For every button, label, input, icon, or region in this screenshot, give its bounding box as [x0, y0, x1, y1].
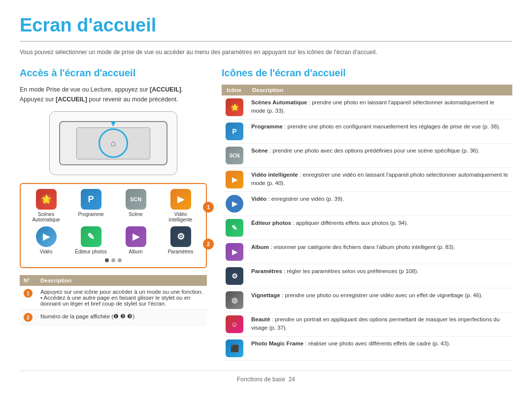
footer-page: 24	[289, 376, 295, 383]
dot-2	[111, 258, 115, 262]
desc-vignettage: Vignettage : prendre une photo ou enregi…	[247, 288, 512, 312]
desc-magic: Photo Magic Frame : réaliser une photo a…	[247, 337, 512, 361]
icon-cell-video-int: ▶	[222, 168, 247, 192]
editeur-icon: ✎	[81, 226, 101, 247]
table-row: 🌟 Scènes Automatique : prendre une photo…	[222, 95, 512, 120]
thumb-vignettage: ◎	[226, 291, 243, 309]
thumb-beaute: ☺	[226, 315, 243, 333]
icon-grid-wrapper: 🌟 ScènesAutomatique P Programme SCN Scèn…	[20, 183, 207, 268]
badge-orange-2: 2	[24, 313, 33, 322]
row1-num: 1	[20, 286, 36, 310]
access-para2: Appuyez sur [ACCUEIL] pour revenir au mo…	[20, 96, 178, 103]
row2-num: 2	[20, 310, 36, 325]
icon-cell-programme: P	[222, 120, 247, 144]
params-icon: ⚙	[170, 226, 191, 247]
table-row: 1 Appuyez sur une icône pour accéder à u…	[20, 286, 207, 310]
table-row: ▶ Vidéo : enregistrer une vidéo (p. 39).	[222, 192, 512, 216]
col-num: N°	[20, 275, 36, 286]
scene-icon: SCN	[126, 189, 146, 210]
thumb-video: ▶	[226, 195, 243, 213]
thumb-magic: ⬛	[226, 339, 243, 357]
thumb-album: ▶	[226, 243, 243, 261]
icon-cell-scene: SCN	[222, 144, 247, 168]
icon-cell-magic: ⬛	[222, 337, 247, 361]
camera-circle: ⌂	[99, 128, 128, 158]
icon-grid-container: 🌟 ScènesAutomatique P Programme SCN Scèn…	[20, 183, 207, 268]
icon-cell-vignettage: ◎	[222, 288, 247, 312]
icon-scenes: 🌟 ScènesAutomatique	[26, 189, 66, 222]
icon-album: ▶ Album	[115, 226, 156, 254]
table-row: ◎ Vignettage : prendre une photo ou enre…	[222, 288, 512, 312]
thumb-params: ⚙	[226, 267, 243, 285]
desc-programme: Programme : prendre une photo en configu…	[247, 120, 512, 144]
table-row: SCN Scène : prendre une photo avec des o…	[222, 144, 512, 168]
left-column: Accès à l'écran d'accueil En mode Prise …	[20, 67, 207, 361]
desc-album: Album : visionner par catégorie des fich…	[247, 240, 512, 264]
video-icon: ▶	[36, 226, 57, 247]
desc-video-int: Vidéo intelligente : enregistrer une vid…	[247, 168, 512, 192]
icon-editeur: ✎ Éditeur photos	[70, 226, 111, 254]
icon-video: ▶ Vidéo	[26, 226, 66, 254]
description-table: N° Description 1 Appuyez sur une icône p…	[20, 275, 207, 325]
icon-cell-params: ⚙	[222, 264, 247, 288]
icon-video-intelligente: ▶ Vidéointelligente	[160, 189, 201, 222]
thumb-video-int: ▶	[226, 171, 243, 188]
scenes-icon: 🌟	[36, 189, 57, 210]
desc-editeur: Éditeur photos : appliquer différents ef…	[247, 216, 512, 240]
badge-2: 2	[203, 239, 214, 249]
col-icon-header: Icône	[222, 85, 247, 95]
icon-cell-video: ▶	[222, 192, 247, 216]
icon-programme: P Programme	[70, 189, 111, 222]
table-row: ▶ Album : visionner par catégorie des fi…	[222, 240, 512, 264]
row2-desc: Numéro de la page affichée (❶ ❷ ❸)	[36, 310, 207, 325]
table-row: ☺ Beauté : prendre un portrait en appliq…	[222, 312, 512, 337]
page-title: Ecran d'accueil	[20, 15, 512, 42]
table-row: ✎ Éditeur photos : appliquer différents …	[222, 216, 512, 240]
desc-beaute: Beauté : prendre un portrait en appliqua…	[247, 312, 512, 337]
badge-orange-1: 1	[24, 289, 33, 298]
icon-params: ⚙ Paramètres	[160, 226, 201, 254]
icon-cell-beaute: ☺	[222, 312, 247, 337]
desc-scenes: Scènes Automatique : prendre une photo e…	[247, 95, 512, 120]
camera-illustration: ⌂ ▼	[49, 111, 177, 175]
dot-1	[105, 258, 109, 262]
dot-indicators	[26, 258, 201, 262]
col-desc-header: Description	[36, 275, 207, 286]
dot-3	[118, 258, 122, 262]
desc-scene: Scène : prendre une photo avec des optio…	[247, 144, 512, 168]
thumb-scene: SCN	[226, 147, 243, 164]
icon-grid: 🌟 ScènesAutomatique P Programme SCN Scèn…	[26, 189, 201, 254]
table-row: P Programme : prendre une photo en confi…	[222, 120, 512, 144]
footer-text: Fonctions de base	[237, 376, 285, 383]
programme-icon: P	[81, 189, 101, 210]
right-column: Icônes de l'écran d'accueil Icône Descri…	[222, 67, 512, 361]
thumb-programme: P	[226, 123, 243, 140]
badge-1: 1	[203, 202, 214, 213]
footer: Fonctions de base 24	[20, 370, 512, 383]
icon-cell-scenes: 🌟	[222, 95, 247, 120]
home-icon: ⌂	[111, 138, 116, 149]
access-para1: En mode Prise de vue ou Lecture, appuyez…	[20, 86, 183, 93]
right-heading: Icônes de l'écran d'accueil	[222, 67, 512, 79]
table-row: ⬛ Photo Magic Frame : réaliser une photo…	[222, 337, 512, 361]
icon-cell-editeur: ✎	[222, 216, 247, 240]
row1-desc: Appuyez sur une icône pour accéder à un …	[36, 286, 207, 310]
icon-scene: SCN Scène	[115, 189, 156, 222]
icon-cell-album: ▶	[222, 240, 247, 264]
arrow-down-icon: ▼	[109, 119, 118, 129]
thumb-editeur: ✎	[226, 219, 243, 237]
video-int-icon: ▶	[170, 189, 191, 210]
icons-table: Icône Description 🌟 Scènes Automatique :…	[222, 85, 512, 361]
desc-params: Paramètres : régler les paramètres selon…	[247, 264, 512, 288]
table-row: ▶ Vidéo intelligente : enregistrer une v…	[222, 168, 512, 192]
album-icon: ▶	[126, 226, 146, 247]
access-text: En mode Prise de vue ou Lecture, appuyez…	[20, 85, 207, 104]
intro-text: Vous pouvez sélectionner un mode de pris…	[20, 48, 512, 57]
col-desc-right-header: Description	[247, 85, 512, 95]
table-row: 2 Numéro de la page affichée (❶ ❷ ❸)	[20, 310, 207, 325]
thumb-scenes: 🌟	[226, 98, 243, 116]
desc-video: Vidéo : enregistrer une vidéo (p. 39).	[247, 192, 512, 216]
left-heading: Accès à l'écran d'accueil	[20, 67, 207, 79]
table-row: ⚙ Paramètres : régler les paramètres sel…	[222, 264, 512, 288]
